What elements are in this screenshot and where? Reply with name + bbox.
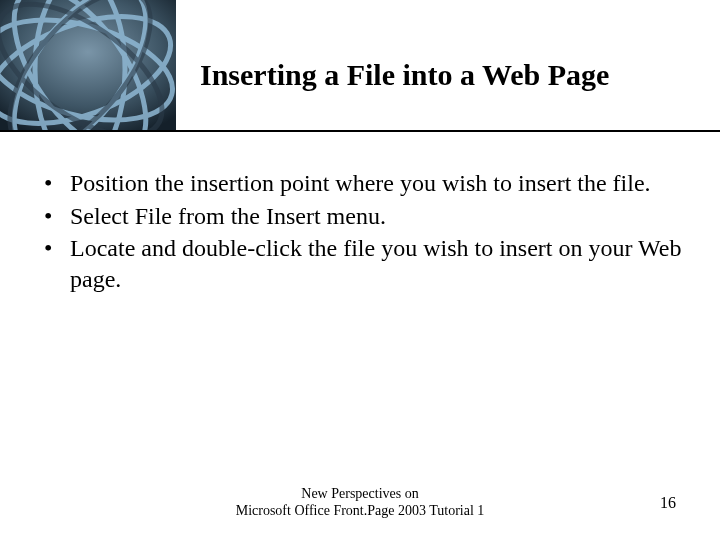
bullet-item: Position the insertion point where you w… [36,168,684,199]
decorative-sphere-image [0,0,176,130]
footer-line-1: New Perspectives on [0,486,720,503]
slide-footer: New Perspectives on Microsoft Office Fro… [0,486,720,520]
slide-title: Inserting a File into a Web Page [200,58,609,92]
slide-body: Position the insertion point where you w… [36,168,684,297]
bullet-item: Locate and double-click the file you wis… [36,233,684,294]
title-underline [0,130,720,132]
slide-header: Inserting a File into a Web Page [0,0,720,130]
bullet-item: Select File from the Insert menu. [36,201,684,232]
footer-line-2: Microsoft Office Front.Page 2003 Tutoria… [0,503,720,520]
sphere-graphic-icon [0,0,176,130]
page-number: 16 [660,494,676,512]
bullet-list: Position the insertion point where you w… [36,168,684,295]
